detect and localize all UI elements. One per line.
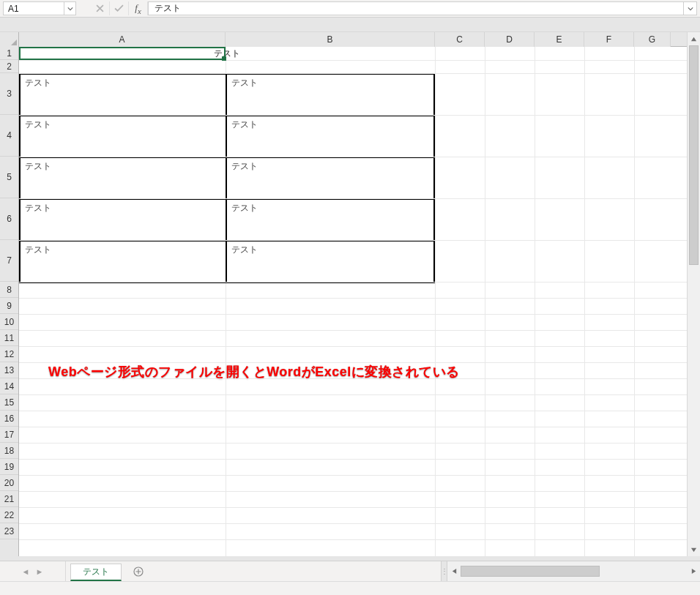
formula-bar-gap [76,1,91,15]
column-header-A[interactable]: A [19,32,226,47]
x-icon [96,4,104,12]
table-cell[interactable]: テスト [226,199,434,241]
row-header-17[interactable]: 17 [0,427,18,443]
row-header-19[interactable]: 19 [0,459,18,475]
row-headers: 1234567891011121314151617181920212223 [0,47,19,556]
table-row: テストテスト [20,116,434,157]
column-header-F[interactable]: F [584,32,634,47]
row-header-20[interactable]: 20 [0,475,18,491]
tab-nav-prev-icon[interactable]: ◄ [22,567,30,576]
formula-bar: A1 fx テスト [0,0,700,18]
column-header-D[interactable]: D [485,32,535,47]
worksheet-grid: A B C D E F G 12345678910111213141516171… [0,32,700,556]
row-header-14[interactable]: 14 [0,378,18,394]
name-box-value: A1 [8,4,19,14]
column-header-E[interactable]: E [535,32,584,47]
insert-function-button[interactable]: fx [129,1,148,15]
row-header-9[interactable]: 9 [0,298,18,314]
triangle-left-icon [451,568,458,575]
table-cell[interactable]: テスト [20,199,226,241]
new-sheet-button[interactable] [127,561,149,581]
row-header-12[interactable]: 12 [0,346,18,362]
column-header-C[interactable]: C [435,32,485,47]
row-header-7[interactable]: 7 [0,240,18,282]
triangle-right-icon [690,568,697,575]
row-header-13[interactable]: 13 [0,362,18,378]
triangle-up-icon [690,36,697,42]
row-header-5[interactable]: 5 [0,157,18,198]
row-header-2[interactable]: 2 [0,60,18,73]
cancel-formula-button[interactable] [91,1,110,15]
expand-formula-bar-button[interactable] [684,1,697,15]
plus-circle-icon [133,566,144,577]
row-header-6[interactable]: 6 [0,198,18,240]
row-header-3[interactable]: 3 [0,73,18,115]
row-header-8[interactable]: 8 [0,282,18,298]
table-row: テストテスト [20,199,434,241]
scroll-left-button[interactable] [447,561,461,581]
row-header-16[interactable]: 16 [0,411,18,427]
column-headers: A B C D E F G [0,32,687,47]
scroll-right-button[interactable] [687,561,700,581]
select-all-button[interactable] [0,32,19,47]
name-box[interactable]: A1 [3,1,64,15]
sheet-tab-active[interactable]: テスト [70,564,122,581]
row-header-4[interactable]: 4 [0,115,18,157]
chevron-down-icon [67,6,73,12]
cells-area[interactable]: テスト テストテストテストテストテストテストテストテストテストテスト Webペー… [19,47,687,556]
tab-nav-next-icon[interactable]: ► [36,567,44,576]
table-cell[interactable]: テスト [20,241,226,282]
column-header-B[interactable]: B [226,32,435,47]
sheet-tabs-bar: ◄ ► テスト ⋮ [0,561,700,581]
row-header-1[interactable]: 1 [0,47,18,60]
horizontal-scroll-thumb[interactable] [461,566,600,577]
row-header-22[interactable]: 22 [0,507,18,523]
scroll-up-button[interactable] [688,32,700,45]
enter-formula-button[interactable] [110,1,129,15]
vertical-scroll-thumb[interactable] [689,45,699,265]
row-header-10[interactable]: 10 [0,314,18,330]
row-header-21[interactable]: 21 [0,491,18,507]
row-header-18[interactable]: 18 [0,443,18,459]
scroll-down-button[interactable] [688,543,700,556]
vertical-scrollbar[interactable] [687,32,700,556]
table-cell[interactable]: テスト [20,74,226,116]
merged-title-cell[interactable]: テスト [19,47,435,60]
triangle-down-icon [690,547,697,553]
table-cell[interactable]: テスト [20,157,226,199]
chevron-down-icon [688,6,693,12]
status-bar [0,581,700,595]
table-cell[interactable]: テスト [226,74,434,116]
row-header-23[interactable]: 23 [0,523,18,539]
sheet-tab-nav[interactable]: ◄ ► [0,561,66,581]
formula-input[interactable]: テスト [148,1,684,15]
check-icon [114,4,124,12]
name-box-dropdown[interactable] [64,1,76,15]
table-row: テストテスト [20,74,434,116]
ribbon-collapsed-area [0,18,700,32]
formula-input-value: テスト [154,2,181,15]
vertical-scroll-track[interactable] [688,45,700,543]
merged-title-text: テスト [214,48,240,60]
data-table: テストテストテストテストテストテストテストテストテストテスト [19,73,435,283]
table-row: テストテスト [20,241,434,282]
row-header-15[interactable]: 15 [0,394,18,411]
horizontal-scroll-track[interactable] [461,561,687,581]
table-row: テストテスト [20,157,434,199]
table-cell[interactable]: テスト [20,116,226,157]
tabs-hscroll-splitter[interactable]: ⋮ [441,561,447,581]
row-header-11[interactable]: 11 [0,330,18,346]
table-cell[interactable]: テスト [226,157,434,199]
fx-icon: fx [135,2,141,15]
sheet-tab-label: テスト [83,566,109,578]
column-header-G[interactable]: G [634,32,671,47]
table-cell[interactable]: テスト [226,116,434,157]
table-cell[interactable]: テスト [226,241,434,282]
horizontal-scrollbar[interactable] [447,561,700,581]
